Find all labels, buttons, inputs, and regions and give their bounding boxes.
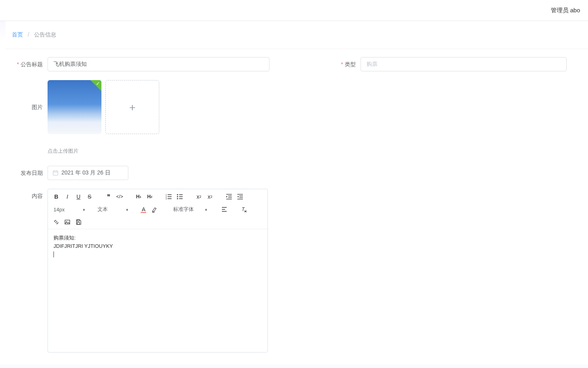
label-image: 图片 bbox=[12, 80, 48, 134]
text-cursor bbox=[53, 251, 54, 257]
editor-line2: JDIFJRITJRI YJTIOUYKY bbox=[53, 242, 262, 251]
chevron-updown-icon: ♦ bbox=[83, 207, 85, 212]
code-button[interactable]: </> bbox=[115, 192, 124, 201]
user-label[interactable]: 管理员 abo bbox=[551, 7, 580, 14]
align-button[interactable] bbox=[220, 205, 229, 214]
strikethrough-button[interactable]: S bbox=[85, 192, 94, 201]
uploaded-thumbnail[interactable]: ✓ bbox=[48, 80, 101, 134]
group-type: *类型 购票 bbox=[325, 57, 567, 71]
fontsize-select[interactable]: 14px ♦ bbox=[52, 207, 86, 213]
save-button[interactable] bbox=[74, 218, 83, 226]
label-title: *公告标题 bbox=[12, 57, 48, 71]
plus-icon: ＋ bbox=[127, 100, 137, 114]
row-content: 内容 B I U S ❞ </> H1 H2 123 bbox=[12, 189, 582, 353]
required-asterisk: * bbox=[341, 61, 343, 67]
svg-rect-0 bbox=[53, 171, 58, 175]
label-date: 发布日期 bbox=[12, 166, 48, 180]
editor-line1: 购票须知: bbox=[53, 234, 262, 242]
svg-rect-33 bbox=[65, 220, 70, 224]
svg-text:T: T bbox=[242, 207, 245, 212]
breadcrumb-current: 公告信息 bbox=[34, 31, 56, 38]
check-icon: ✓ bbox=[96, 81, 100, 86]
editor-toolbar: B I U S ❞ </> H1 H2 123 bbox=[48, 189, 267, 229]
date-value: 2021 年 03 月 26 日 bbox=[61, 169, 111, 176]
svg-point-14 bbox=[177, 198, 178, 199]
label-title-text: 公告标题 bbox=[21, 61, 43, 67]
image-button[interactable] bbox=[63, 218, 72, 226]
chevron-updown-icon: ♦ bbox=[205, 207, 207, 212]
title-input[interactable] bbox=[48, 57, 269, 71]
group-title: *公告标题 bbox=[12, 57, 269, 71]
form-area: *公告标题 *类型 购票 图片 ✓ ＋ bbox=[6, 49, 588, 364]
underline-button[interactable]: U bbox=[74, 192, 83, 201]
indent-button[interactable] bbox=[236, 192, 244, 201]
h2-button[interactable]: H2 bbox=[145, 192, 154, 201]
svg-marker-17 bbox=[226, 196, 227, 197]
svg-marker-22 bbox=[237, 196, 239, 197]
breadcrumb: 首页 / 公告信息 bbox=[6, 21, 588, 49]
type-select[interactable]: 购票 bbox=[361, 57, 567, 71]
fontfamily-select[interactable]: 标准字体 ♦ bbox=[172, 206, 208, 213]
ordered-list-button[interactable]: 123 bbox=[164, 192, 173, 201]
unordered-list-button[interactable] bbox=[176, 192, 184, 201]
svg-rect-35 bbox=[77, 220, 79, 221]
content-wrap: 首页 / 公告信息 *公告标题 *类型 购票 图片 bbox=[0, 21, 588, 364]
breadcrumb-separator: / bbox=[28, 31, 29, 38]
link-button[interactable] bbox=[52, 218, 61, 226]
subscript-button[interactable]: x2 bbox=[195, 192, 203, 201]
fontsize-value: 14px bbox=[53, 207, 65, 213]
upload-button[interactable]: ＋ bbox=[105, 80, 159, 134]
image-container: ✓ ＋ bbox=[48, 80, 159, 134]
row-image: 图片 ✓ ＋ bbox=[12, 80, 582, 134]
svg-point-12 bbox=[177, 196, 178, 197]
superscript-button[interactable]: x2 bbox=[206, 192, 214, 201]
quote-button[interactable]: ❞ bbox=[104, 192, 113, 201]
paragraph-select[interactable]: 文本 ♦ bbox=[96, 206, 130, 213]
clear-format-button[interactable]: T bbox=[240, 205, 248, 214]
rich-text-editor: B I U S ❞ </> H1 H2 123 bbox=[48, 189, 268, 353]
editor-body[interactable]: 购票须知: JDIFJRITJRI YJTIOUYKY bbox=[48, 229, 267, 352]
svg-text:3: 3 bbox=[166, 197, 167, 200]
outdent-button[interactable] bbox=[225, 192, 233, 201]
calendar-icon bbox=[53, 170, 58, 176]
highlight-button[interactable] bbox=[150, 205, 159, 214]
row-title-type: *公告标题 *类型 购票 bbox=[12, 57, 582, 71]
required-asterisk: * bbox=[17, 61, 19, 67]
type-select-value: 购票 bbox=[367, 61, 378, 68]
image-hint: 点击上传图片 bbox=[48, 148, 582, 155]
label-content: 内容 bbox=[12, 189, 48, 203]
svg-point-10 bbox=[177, 194, 178, 196]
bold-button[interactable]: B bbox=[52, 192, 61, 201]
h1-button[interactable]: H1 bbox=[134, 192, 143, 201]
svg-rect-36 bbox=[77, 222, 80, 224]
label-type-text: 类型 bbox=[345, 61, 356, 67]
italic-button[interactable]: I bbox=[63, 192, 72, 201]
top-header: 管理员 abo bbox=[0, 0, 588, 21]
text-color-button[interactable]: A bbox=[139, 205, 148, 214]
label-type: *类型 bbox=[325, 57, 361, 71]
date-input[interactable]: 2021 年 03 月 26 日 bbox=[48, 166, 128, 180]
fontfamily-value: 标准字体 bbox=[173, 206, 194, 213]
paragraph-value: 文本 bbox=[97, 206, 108, 213]
breadcrumb-home[interactable]: 首页 bbox=[12, 31, 23, 38]
row-date: 发布日期 2021 年 03 月 26 日 bbox=[12, 166, 582, 180]
chevron-updown-icon: ♦ bbox=[126, 207, 128, 212]
